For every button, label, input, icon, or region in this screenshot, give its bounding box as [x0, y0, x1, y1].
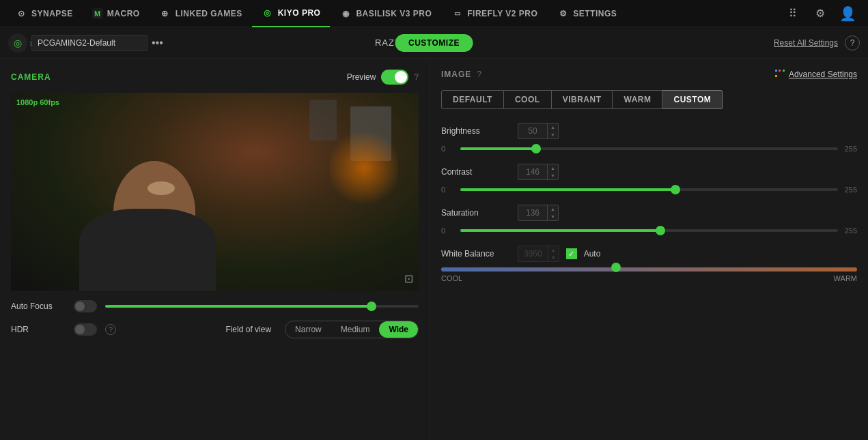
preset-custom-button[interactable]: CUSTOM — [662, 90, 723, 109]
preset-cool-button[interactable]: COOL — [504, 90, 552, 109]
saturation-value: 136 — [518, 206, 547, 220]
nav-firefly-label: FIREFLY V2 PRO — [467, 9, 537, 18]
auto-focus-slider-thumb[interactable] — [367, 302, 376, 311]
brightness-arrows: ▲ ▼ — [547, 123, 558, 138]
settings-icon: ⚙ — [557, 8, 569, 20]
nav-macro[interactable]: M MACRO — [83, 0, 150, 27]
cool-label: COOL — [441, 274, 462, 282]
nav-settings[interactable]: ⚙ SETTINGS — [547, 0, 626, 27]
wb-up[interactable]: ▲ — [548, 246, 559, 254]
reset-settings-link[interactable]: Reset All Settings — [774, 38, 838, 48]
brightness-down[interactable]: ▼ — [548, 131, 558, 138]
gradient-slider-container: COOL WARM — [441, 267, 857, 282]
fov-medium-button[interactable]: Medium — [331, 321, 380, 338]
contrast-spinner[interactable]: 146 ▲ ▼ — [518, 164, 559, 180]
saturation-fill — [460, 229, 660, 232]
advanced-settings-link[interactable]: Advanced Settings — [775, 70, 857, 79]
saturation-slider[interactable] — [460, 229, 838, 232]
preset-default-button[interactable]: DEFAULT — [441, 90, 504, 109]
camera-help-icon[interactable]: ? — [414, 72, 419, 82]
image-help-icon[interactable]: ? — [477, 70, 481, 79]
macro-icon: M — [92, 8, 103, 19]
device-icon: ◎ — [8, 33, 27, 53]
main-content: CAMERA Preview ? — [0, 59, 868, 440]
saturation-thumb[interactable] — [656, 226, 665, 235]
white-balance-header: White Balance 3950 ▲ ▼ ✓ Auto — [441, 246, 857, 262]
auto-focus-toggle[interactable] — [74, 300, 97, 312]
person-body — [79, 209, 216, 291]
avatar-icon[interactable]: 👤 — [838, 4, 857, 23]
preset-warm-button[interactable]: WARM — [613, 90, 662, 109]
saturation-up[interactable]: ▲ — [548, 205, 558, 213]
nav-linked-games[interactable]: ⊕ LINKED GAMES — [150, 0, 252, 27]
brightness-label: Brightness — [441, 126, 509, 136]
nav-settings-label: SETTINGS — [573, 9, 617, 18]
nav-synapse[interactable]: ⊙ SYNAPSE — [5, 0, 83, 27]
nav-synapse-label: SYNAPSE — [31, 9, 73, 18]
hdr-toggle[interactable] — [74, 323, 97, 336]
nav-basilisk[interactable]: ◉ BASILISK V3 PRO — [330, 0, 441, 27]
contrast-down[interactable]: ▼ — [548, 172, 558, 179]
white-balance-slider[interactable] — [441, 267, 857, 272]
grid-icon[interactable]: ⠿ — [783, 4, 802, 23]
brightness-slider[interactable] — [460, 147, 838, 150]
preview-toggle: Preview ? — [347, 70, 419, 85]
brightness-section: Brightness 50 ▲ ▼ 0 255 — [441, 123, 857, 153]
contrast-slider[interactable] — [460, 188, 838, 191]
gear-icon[interactable]: ⚙ — [811, 4, 830, 23]
linked-games-icon: ⊕ — [159, 8, 171, 20]
fov-narrow-button[interactable]: Narrow — [285, 321, 331, 338]
image-panel-header: IMAGE ? Advanced Settings — [441, 70, 857, 79]
preset-vibrant-button[interactable]: VIBRANT — [552, 90, 613, 109]
brightness-slider-row: 0 255 — [441, 145, 857, 153]
white-balance-spinner[interactable]: 3950 ▲ ▼ — [518, 246, 559, 262]
contrast-label: Contrast — [441, 167, 509, 177]
hdr-help-icon[interactable]: ? — [105, 324, 116, 335]
auto-checkbox[interactable]: ✓ — [566, 248, 577, 259]
nav-basilisk-label: BASILISK V3 PRO — [356, 9, 432, 18]
white-balance-arrows: ▲ ▼ — [548, 246, 559, 261]
preset-buttons: DEFAULT COOL VIBRANT WARM CUSTOM — [441, 90, 857, 109]
auto-focus-slider[interactable] — [105, 305, 419, 308]
contrast-section: Contrast 146 ▲ ▼ 0 255 — [441, 164, 857, 194]
profile-dropdown[interactable]: PCGAMING2-Default — [31, 35, 148, 51]
profile-more-button[interactable]: ••• — [152, 37, 163, 49]
camera-controls: Auto Focus HDR ? Field of view — [11, 300, 419, 338]
contrast-slider-row: 0 255 — [441, 186, 857, 194]
kiyo-pro-icon: ◎ — [262, 7, 274, 19]
brightness-fill — [460, 147, 536, 150]
nav-kiyo-pro[interactable]: ◎ KIYO PRO — [252, 0, 331, 27]
contrast-arrows: ▲ ▼ — [547, 164, 558, 179]
left-panel: CAMERA Preview ? — [0, 59, 430, 440]
toggle-knob — [395, 71, 407, 83]
brightness-max: 255 — [843, 145, 857, 153]
fov-wide-button[interactable]: Wide — [379, 321, 418, 338]
brightness-min: 0 — [441, 145, 455, 153]
toolbar: ‹ › ↻ RAZER KIYO PRO ◎ PCGAMING2-Default… — [0, 27, 868, 59]
saturation-spinner[interactable]: 136 ▲ ▼ — [518, 205, 559, 221]
contrast-thumb[interactable] — [671, 185, 680, 194]
white-balance-section: White Balance 3950 ▲ ▼ ✓ Auto — [441, 246, 857, 282]
brightness-thumb[interactable] — [531, 144, 541, 153]
hdr-toggle-knob — [75, 325, 85, 334]
saturation-max: 255 — [843, 226, 857, 235]
right-panel: IMAGE ? Advanced Settings DEFAULT COOL V… — [430, 59, 868, 440]
brightness-spinner[interactable]: 50 ▲ ▼ — [518, 123, 559, 139]
white-balance-controls: 3950 ▲ ▼ ✓ Auto — [518, 246, 600, 262]
saturation-down[interactable]: ▼ — [548, 213, 558, 220]
customize-button[interactable]: CUSTOMIZE — [395, 34, 473, 52]
auto-focus-label: Auto Focus — [11, 302, 66, 311]
wb-slider-thumb[interactable] — [611, 263, 621, 272]
contrast-max: 255 — [843, 186, 857, 194]
preview-toggle-switch[interactable] — [381, 70, 408, 85]
auto-label: Auto — [584, 249, 601, 259]
nav-linked-games-label: LINKED GAMES — [176, 9, 242, 18]
fullscreen-icon[interactable]: ⊡ — [404, 272, 413, 285]
help-button[interactable]: ? — [845, 35, 860, 50]
brightness-up[interactable]: ▲ — [548, 123, 558, 131]
auto-focus-slider-fill — [105, 305, 372, 308]
wb-down[interactable]: ▼ — [548, 254, 559, 261]
contrast-up[interactable]: ▲ — [548, 164, 558, 172]
auto-focus-toggle-knob — [75, 302, 85, 311]
nav-firefly[interactable]: ▭ FIREFLY V2 PRO — [441, 0, 547, 27]
